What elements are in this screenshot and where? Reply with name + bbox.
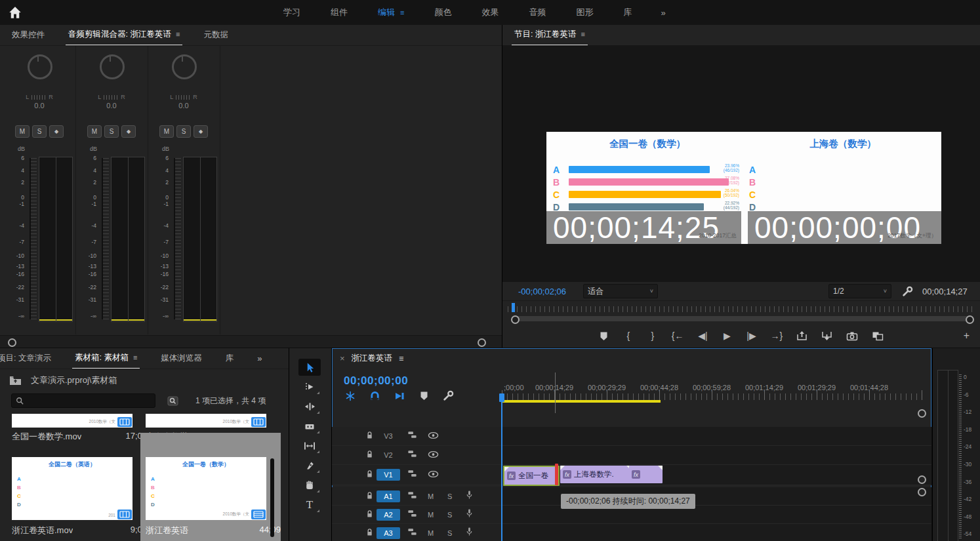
panel-menu-icon[interactable]: ≡ [133,353,137,361]
search-input[interactable] [27,395,141,406]
ripple-edit-tool[interactable] [298,398,321,415]
track-solo-button[interactable]: S [447,529,452,537]
sync-lock-icon[interactable] [407,509,417,521]
solo-button[interactable]: S [32,125,47,138]
export-frame-icon[interactable] [846,329,858,342]
bin-item-thumbnail[interactable]: 全国一卷（数学）ABCD2010数学（文 [146,457,266,520]
project-tab-4[interactable]: 库 [223,348,237,369]
timeline-scroll-handle[interactable] [918,409,926,418]
button-editor-plus[interactable]: + [964,324,970,348]
volume-value[interactable]: 0.0 [148,102,220,110]
write-keyframes-button[interactable]: ◆ [121,125,136,138]
pan-knob[interactable] [28,54,52,79]
play-button[interactable]: ▶ [722,329,733,342]
extract-icon[interactable] [821,329,832,342]
mixer-horizontal-scrollbar[interactable] [0,335,502,348]
workspace-tab-5[interactable]: 效果 [481,7,499,18]
step-forward-button[interactable]: |▶ [746,329,757,342]
mixer-tab-3[interactable]: 元数据 [201,25,231,45]
solo-button[interactable]: S [104,125,119,138]
close-icon[interactable]: × [340,353,345,363]
track-mute-button[interactable]: M [428,511,434,519]
workspace-overflow-button[interactable]: » [661,8,665,18]
scrollbar-handle-left[interactable] [8,338,16,347]
trim-edit-point[interactable] [555,464,558,485]
search-input-wrap[interactable] [11,393,155,408]
timeline-clip-3[interactable]: fx [629,466,663,483]
volume-fader-track[interactable] [30,158,37,319]
track-target-V2[interactable]: V2 [377,451,400,459]
volume-value[interactable]: 0.0 [75,102,148,110]
hand-tool[interactable] [298,477,321,494]
scrollbar-handle-left[interactable] [511,315,520,324]
zoom-level-select[interactable]: 适合˅ [583,284,658,298]
insert-nest-toggle-icon[interactable] [345,391,356,401]
write-keyframes-button[interactable]: ◆ [194,125,208,138]
panel-tab-overflow[interactable]: » [257,353,262,363]
settings-wrench-icon[interactable] [902,286,913,297]
sync-lock-icon[interactable] [407,491,417,502]
track-solo-button[interactable]: S [447,492,452,500]
track-mute-button[interactable]: M [428,529,434,537]
sync-lock-icon[interactable] [407,469,417,481]
sync-lock-icon[interactable] [407,430,417,442]
track-target-A1[interactable]: A1 [377,491,400,502]
track-output-eye-icon[interactable] [428,430,439,442]
home-button[interactable] [0,0,30,25]
playback-resolution-select[interactable]: 1/2˅ [828,284,891,298]
razor-tool[interactable] [298,418,321,435]
solo-button[interactable]: S [176,125,191,138]
comparison-view-icon[interactable] [872,329,884,342]
project-tab-3[interactable]: 媒体浏览器 [158,348,205,369]
volume-fader-track[interactable] [102,158,109,319]
track-lock-icon[interactable] [366,491,373,502]
bin-item-name-row[interactable]: 浙江卷英语44;09 [146,525,281,536]
pen-tool[interactable] [298,457,321,474]
timeline-clip-1[interactable]: fx全国一卷 [503,466,560,486]
program-mini-ruler[interactable] [502,300,980,314]
video-lane-V2[interactable] [502,446,931,464]
voiceover-mic-icon[interactable] [466,508,473,521]
linked-selection-icon[interactable] [394,391,405,401]
type-tool[interactable]: T [298,496,321,513]
bin-item-name-row[interactable]: 浙江卷英语.mov9;05 [12,525,147,536]
panel-menu-icon[interactable]: ≡ [399,354,403,363]
timeline-scroll-handle[interactable] [918,488,926,496]
snap-magnet-icon[interactable] [370,391,380,401]
add-marker-icon[interactable] [420,391,428,401]
mute-button[interactable]: M [15,125,30,138]
track-output-eye-icon[interactable] [428,449,439,461]
track-target-V1[interactable]: V1 [377,469,400,481]
audio-lane-A3[interactable] [502,524,931,541]
slip-tool[interactable] [298,437,321,454]
mark-in-button[interactable]: { [623,329,634,342]
volume-value[interactable]: 0.0 [3,102,75,110]
workspace-tab-7[interactable]: 图形 [576,7,593,18]
tab-program[interactable]: 节目: 浙江卷英语≡ [512,25,588,46]
voiceover-mic-icon[interactable] [466,490,473,502]
lift-icon[interactable] [796,329,807,342]
pan-knob[interactable] [100,54,125,79]
search-bin-icon[interactable] [167,396,178,406]
add-marker-icon[interactable] [599,329,609,342]
track-lock-icon[interactable] [366,430,373,442]
track-lock-icon[interactable] [366,509,373,521]
track-lock-icon[interactable] [366,469,373,481]
bin-item-thumbnail[interactable]: 2010数学（文 [146,414,266,428]
breadcrumb[interactable]: 文章演示.prproj\素材箱 [31,374,117,386]
mark-out-button[interactable]: } [647,329,658,342]
workspace-tab-2[interactable]: 组件 [331,7,348,18]
workspace-tab-3[interactable]: 编辑≡ [378,7,404,18]
sequence-tab-label[interactable]: 浙江卷英语 [352,353,393,364]
scrollbar-handle-right[interactable] [966,315,974,324]
scrollbar-handle-right[interactable] [478,338,486,347]
step-back-button[interactable]: ◀| [698,329,708,342]
video-lane-V3[interactable] [502,427,931,445]
timeline-settings-wrench-icon[interactable] [443,390,454,401]
sync-lock-icon[interactable] [407,527,417,539]
bin-item-name-row[interactable]: 全国一卷数学.mov17;03 [12,431,147,443]
track-lock-icon[interactable] [366,449,373,461]
panel-menu-icon[interactable]: ≡ [176,30,180,38]
workspace-tab-menu-icon[interactable]: ≡ [400,9,404,16]
track-output-eye-icon[interactable] [428,469,439,481]
